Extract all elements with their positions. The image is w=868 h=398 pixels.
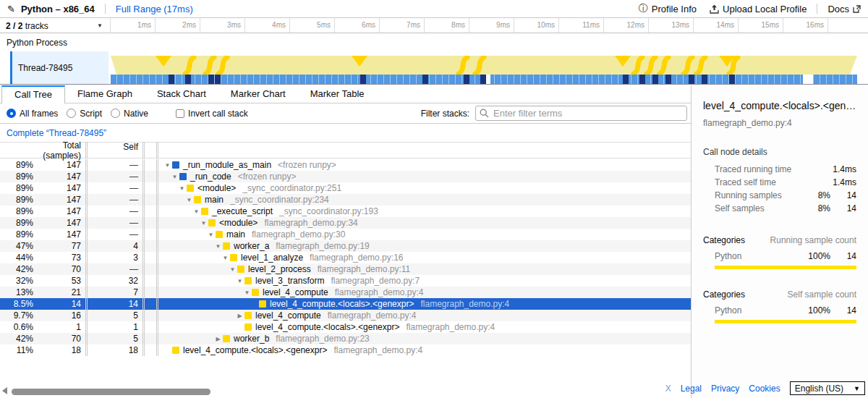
ruler-tick: 2ms <box>156 18 200 33</box>
panel-tab-bar: Call TreeFlame GraphStack ChartMarker Ch… <box>0 85 691 103</box>
self-samples: 32 <box>85 275 142 287</box>
call-tree-row[interactable]: 13%217▼level_4_computeflamegraph_demo.py… <box>0 287 691 298</box>
total-samples: 14 <box>33 298 85 310</box>
tab-marker-table[interactable]: Marker Table <box>298 85 377 103</box>
call-tree-row[interactable]: 0.6%11level_4_compute.<locals>.<genexpr>… <box>0 321 691 333</box>
row-tree-cell: level_4_compute.<locals>.<genexpr>flameg… <box>156 344 691 356</box>
expand-arrow-icon[interactable]: ▶ <box>235 310 244 321</box>
collapse-arrow-icon[interactable]: ▼ <box>163 160 172 171</box>
docs-link[interactable]: Docs <box>827 4 861 14</box>
call-tree-row[interactable]: 47%774▼worker_aflamegraph_demo.py:19 <box>0 240 691 252</box>
self-samples: — <box>85 194 142 206</box>
call-tree-row[interactable]: 42%70—▼level_2_processflamegraph_demo.py… <box>0 263 691 275</box>
column-total-samples[interactable]: Total (samples) <box>33 140 85 161</box>
ruler-tick: 13ms <box>649 18 694 33</box>
file-location: flamegraph_demo.py:16 <box>310 253 403 263</box>
filter-stacks-input[interactable] <box>475 106 687 121</box>
category-name: Python <box>715 251 801 261</box>
call-tree-row[interactable]: 89%147—▼_run_module_as_main<frozen runpy… <box>0 159 691 171</box>
tab-flame-graph[interactable]: Flame Graph <box>65 85 145 103</box>
row-tree-cell: ▼_run_module_as_main<frozen runpy> <box>156 159 691 171</box>
column-self[interactable]: Self <box>85 142 142 158</box>
call-tree-row[interactable]: 11%1818level_4_compute.<locals>.<genexpr… <box>0 344 691 356</box>
file-location: flamegraph_demo.py:7 <box>331 276 420 286</box>
call-tree-row[interactable]: 89%147—▼_run_code<frozen runpy> <box>0 171 691 182</box>
collapse-arrow-icon[interactable]: ▼ <box>199 218 208 229</box>
footer-link-privacy[interactable]: Privacy <box>711 384 739 394</box>
horizontal-scrollbar-thumb[interactable] <box>12 389 210 395</box>
function-name: level_4_compute <box>263 287 328 297</box>
row-tree-cell: ▼_run_code<frozen runpy> <box>156 171 691 182</box>
details-sidebar: level_4_compute.<locals>.<genexpr> flame… <box>691 85 868 398</box>
call-tree-row[interactable]: 9.7%165▶level_4_computeflamegraph_demo.p… <box>0 310 691 321</box>
call-tree-row[interactable]: 89%147—▼_execute_script_sync_coordinator… <box>0 206 691 217</box>
thread-track-label[interactable]: Thread-78495 <box>10 51 109 84</box>
collapse-arrow-icon[interactable]: ▼ <box>221 253 230 263</box>
footer-close-button[interactable]: X <box>665 384 671 394</box>
call-tree-row[interactable]: 89%147—▼mainflamegraph_demo.py:30 <box>0 229 691 240</box>
row-icon-cell <box>142 229 156 240</box>
tab-stack-chart[interactable]: Stack Chart <box>145 85 218 103</box>
collapse-arrow-icon[interactable]: ▼ <box>206 229 216 240</box>
ruler-tick: 10ms <box>514 18 559 33</box>
total-percent: 89% <box>0 206 33 217</box>
total-samples: 147 <box>33 182 85 194</box>
language-select[interactable]: English (US)▼ <box>790 381 865 395</box>
profile-info-button[interactable]: ⓘ Profile Info <box>639 2 697 15</box>
row-icon-cell <box>142 194 156 206</box>
call-tree-row[interactable]: 42%705▶worker_bflamegraph_demo.py:23 <box>0 333 691 344</box>
call-tree-row[interactable]: 89%147—▼<module>_sync_coordinator.py:251 <box>0 182 691 194</box>
collapse-arrow-icon[interactable]: ▼ <box>192 206 201 217</box>
radio-native[interactable]: Native <box>111 109 148 119</box>
self-samples: — <box>85 171 142 182</box>
call-tree-row[interactable]: 32%5332▼level_3_transformflamegraph_demo… <box>0 275 691 287</box>
function-name: <module> <box>197 183 236 193</box>
thread-activity-graph[interactable] <box>111 56 857 84</box>
call-tree-row[interactable]: 89%147—▼main_sync_coordinator.py:234 <box>0 194 691 206</box>
invert-call-stack-checkbox[interactable] <box>176 109 184 118</box>
profile-name[interactable]: Python – x86_64 <box>21 4 95 14</box>
detail-label: Running samples <box>715 190 801 200</box>
file-location: flamegraph_demo.py:34 <box>264 218 357 228</box>
call-tree-row[interactable]: 8.5%1414level_4_compute.<locals>.<genexp… <box>0 298 691 310</box>
row-tree-cell: ▼level_3_transformflamegraph_demo.py:7 <box>156 275 691 287</box>
file-location: flamegraph_demo.py:19 <box>276 241 369 251</box>
tracks-dropdown[interactable]: 2 / 2 tracks ▼ <box>0 18 109 33</box>
radio-icon <box>7 109 16 118</box>
full-range-breadcrumb[interactable]: Full Range (17ms) <box>116 4 193 14</box>
scroll-left-arrow[interactable] <box>2 387 7 394</box>
radio-script[interactable]: Script <box>67 109 102 119</box>
collapse-arrow-icon[interactable]: ▼ <box>184 195 194 206</box>
expand-arrow-icon[interactable]: ▶ <box>213 334 223 344</box>
row-tree-cell: ▼level_1_analyzeflamegraph_demo.py:16 <box>156 252 691 263</box>
timeline-ruler[interactable]: 1ms2ms3ms4ms5ms6ms7ms8ms9ms10ms11ms12ms1… <box>110 18 868 33</box>
category-bar <box>715 320 856 323</box>
upload-profile-button[interactable]: Upload Local Profile <box>710 4 807 14</box>
footer-link-cookies[interactable]: Cookies <box>749 384 780 394</box>
radio-all-frames[interactable]: All frames <box>7 109 58 119</box>
python-category-icon <box>187 185 194 192</box>
edit-profile-name-icon[interactable]: ✎ <box>7 4 15 14</box>
call-tree-row[interactable]: 89%147—▼<module>flamegraph_demo.py:34 <box>0 217 691 229</box>
collapse-arrow-icon[interactable]: ▼ <box>235 276 244 287</box>
file-location: _sync_coordinator.py:193 <box>279 206 378 216</box>
detail-percent: 8% <box>801 190 830 200</box>
total-percent: 11% <box>0 344 33 356</box>
invert-call-stack-label[interactable]: Invert call stack <box>188 109 248 119</box>
collapse-arrow-icon[interactable]: ▼ <box>242 287 252 298</box>
call-tree-row[interactable]: 44%733▼level_1_analyzeflamegraph_demo.py… <box>0 252 691 263</box>
category-breakdowns: CategoriesRunning sample countPython100%… <box>692 234 868 323</box>
ruler-tick: 15ms <box>739 18 783 33</box>
collapse-arrow-icon[interactable]: ▼ <box>170 172 179 182</box>
footer-link-legal[interactable]: Legal <box>681 384 702 394</box>
collapse-arrow-icon[interactable]: ▼ <box>213 241 223 252</box>
tab-marker-chart[interactable]: Marker Chart <box>218 85 298 103</box>
collapse-arrow-icon[interactable]: ▼ <box>228 264 237 275</box>
detail-row: Running samples8%14 <box>715 189 856 202</box>
call-tree-root-breadcrumb[interactable]: Complete “Thread-78495” <box>7 128 106 138</box>
row-icon-cell <box>142 310 156 321</box>
process-track-header[interactable]: Python Process <box>0 33 868 51</box>
tab-call-tree[interactable]: Call Tree <box>1 85 65 103</box>
collapse-arrow-icon[interactable]: ▼ <box>177 183 187 194</box>
self-samples: — <box>85 229 142 240</box>
